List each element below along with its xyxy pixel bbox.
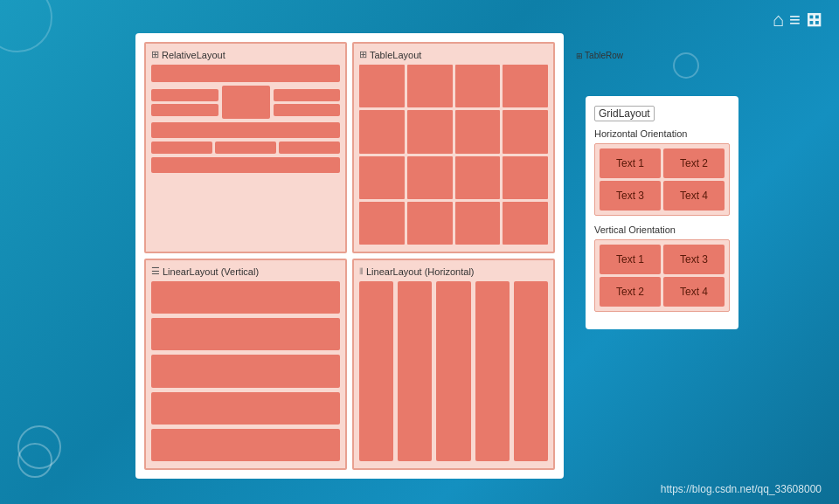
h-cell-2: Text 2 <box>663 148 725 178</box>
table-content <box>359 65 548 245</box>
logo-icon: ⌂ ≡ ⊞ <box>773 9 822 31</box>
quadrant-relative: ⊞ RelativeLayout <box>144 42 347 253</box>
table-cell-14 <box>407 202 453 245</box>
llh-col-3 <box>436 281 470 461</box>
llh-col-2 <box>398 281 432 461</box>
table-cell-16 <box>503 202 548 245</box>
h-cell-4: Text 4 <box>663 181 725 211</box>
linear-horizontal-title: ⦀ LinearLayout (Horizontal) <box>359 266 548 277</box>
rl-center-box <box>222 86 270 119</box>
quadrants-grid: ⊞ RelativeLayout <box>144 42 555 470</box>
llh-col-5 <box>514 281 548 461</box>
linear-v-icon: ☰ <box>151 266 160 277</box>
rl-small-3 <box>279 142 340 154</box>
table-icon: ⊞ <box>359 49 367 60</box>
horizontal-orientation-title: Horizontal Orientation <box>594 128 730 139</box>
table-cell-15 <box>455 202 501 245</box>
h-cell-1: Text 1 <box>600 148 661 178</box>
table-cell-4 <box>503 65 548 107</box>
rl-small-2 <box>215 142 276 154</box>
table-cell-5 <box>359 110 405 153</box>
relative-layout-title: ⊞ RelativeLayout <box>151 49 340 60</box>
table-layout-title: ⊞ TableLayout <box>359 49 548 60</box>
llv-bar-3 <box>151 355 340 387</box>
grid-layout-card: GridLayout Horizontal Orientation Text 1… <box>586 96 738 329</box>
table-cell-2 <box>407 65 453 107</box>
v-cell-3: Text 3 <box>663 245 725 274</box>
vertical-grid: Text 1 Text 3 Text 2 Text 4 <box>594 239 730 312</box>
logo-area: ⌂ ≡ ⊞ <box>773 9 822 31</box>
bottom-left-deco <box>17 443 52 478</box>
llv-bar-5 <box>151 429 340 461</box>
v-cell-4: Text 4 <box>663 277 725 307</box>
relative-content <box>151 65 340 173</box>
deco-circle-top-left <box>0 0 52 52</box>
relative-icon: ⊞ <box>151 49 159 60</box>
rl-small-1 <box>151 142 212 154</box>
h-cell-3: Text 3 <box>600 181 661 211</box>
table-cell-1 <box>359 65 405 107</box>
quadrant-table: ⊞ TableLayout ⊞ TableRow <box>352 42 555 253</box>
llv-bar-2 <box>151 318 340 350</box>
rl-left-bar-2 <box>151 104 218 116</box>
v-cell-2: Text 2 <box>600 277 661 307</box>
llh-col-1 <box>359 281 393 461</box>
table-cell-11 <box>455 156 501 199</box>
deco-circle-top-right <box>673 52 699 79</box>
table-cell-10 <box>407 156 453 199</box>
llv-bar-1 <box>151 281 340 314</box>
rl-bar-bottom <box>151 157 340 173</box>
linear-vertical-title: ☰ LinearLayout (Vertical) <box>151 266 340 277</box>
vertical-orientation-section: Vertical Orientation Text 1 Text 3 Text … <box>594 224 730 312</box>
rl-bar-3 <box>151 122 340 138</box>
linear-h-icon: ⦀ <box>359 266 364 277</box>
table-row-icon: ⊞ <box>576 52 583 60</box>
rl-right-bar-1 <box>274 89 341 101</box>
main-card: ⊞ RelativeLayout <box>135 33 564 479</box>
quadrant-linear-vertical: ☰ LinearLayout (Vertical) <box>144 259 347 470</box>
llh-col-4 <box>475 281 510 461</box>
rl-top-bar <box>151 65 340 82</box>
table-cell-12 <box>503 156 548 199</box>
horizontal-grid: Text 1 Text 2 Text 3 Text 4 <box>594 143 730 216</box>
vertical-orientation-title: Vertical Orientation <box>594 224 730 235</box>
table-row-label: ⊞ TableRow <box>576 51 623 60</box>
bottom-url: https://blog.csdn.net/qq_33608000 <box>661 483 822 495</box>
table-cell-7 <box>455 110 501 153</box>
rl-middle-row <box>151 86 340 119</box>
table-cell-6 <box>407 110 453 153</box>
rl-left-bar-1 <box>151 89 218 101</box>
grid-layout-title: GridLayout <box>594 106 655 121</box>
table-cell-9 <box>359 156 405 199</box>
llh-content <box>359 281 548 461</box>
quadrant-linear-horizontal: ⦀ LinearLayout (Horizontal) <box>352 259 555 470</box>
table-cell-8 <box>503 110 548 153</box>
table-cell-13 <box>359 202 405 245</box>
llv-content <box>151 281 340 461</box>
rl-bottom-row <box>151 142 340 154</box>
horizontal-orientation-section: Horizontal Orientation Text 1 Text 2 Tex… <box>594 128 730 216</box>
table-cell-3 <box>455 65 501 107</box>
rl-right-bar-2 <box>274 104 341 116</box>
llv-bar-4 <box>151 392 340 425</box>
v-cell-1: Text 1 <box>600 245 661 274</box>
